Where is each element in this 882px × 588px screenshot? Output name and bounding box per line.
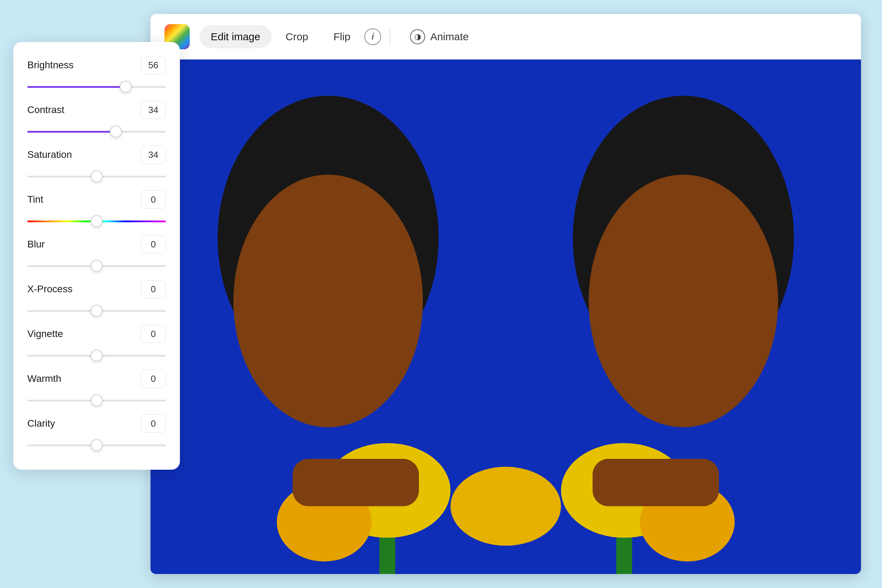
crop-button[interactable]: Crop (274, 25, 320, 48)
adj-track-contrast (27, 131, 166, 133)
adj-track-warmth (27, 400, 166, 402)
adj-label-warmth: Warmth (27, 373, 61, 384)
adj-value-contrast[interactable]: 34 (141, 101, 166, 119)
adj-label-saturation: Saturation (27, 149, 72, 160)
adj-header-brightness: Brightness56 (27, 56, 166, 74)
adj-row-tint: Tint0 (27, 190, 166, 228)
toolbar-divider (390, 28, 390, 45)
adj-value-brightness[interactable]: 56 (141, 56, 166, 74)
adj-thumb-brightness[interactable] (120, 81, 132, 93)
adj-slider-blur[interactable] (27, 259, 166, 273)
adj-header-blur: Blur0 (27, 235, 166, 254)
adj-track-fill-brightness (27, 86, 126, 88)
adj-label-tint: Tint (27, 194, 44, 205)
toolbar: Edit image Crop Flip i ◑ Animate (150, 14, 861, 60)
adj-row-clarity: Clarity0 (27, 414, 166, 452)
adj-header-warmth: Warmth0 (27, 370, 166, 388)
adj-track-saturation (27, 176, 166, 177)
adj-thumb-contrast[interactable] (110, 126, 122, 138)
adj-track-blur (27, 265, 166, 267)
adj-thumb-clarity[interactable] (91, 439, 102, 451)
main-image (150, 60, 861, 574)
adj-track-x-process (27, 310, 166, 312)
adj-thumb-x-process[interactable] (91, 305, 102, 317)
adj-slider-vignette[interactable] (27, 349, 166, 363)
adj-slider-brightness[interactable] (27, 80, 166, 94)
adj-value-vignette[interactable]: 0 (141, 325, 166, 343)
editor-window: Edit image Crop Flip i ◑ Animate (150, 14, 861, 574)
animate-icon: ◑ (410, 29, 425, 45)
adj-row-x-process: X-Process0 (27, 280, 166, 318)
image-area (150, 60, 861, 574)
adj-header-x-process: X-Process0 (27, 280, 166, 298)
adj-track-vignette (27, 355, 166, 357)
adj-thumb-vignette[interactable] (91, 350, 102, 362)
adj-value-x-process[interactable]: 0 (141, 280, 166, 298)
adj-slider-contrast[interactable] (27, 124, 166, 139)
adj-label-blur: Blur (27, 239, 45, 250)
adj-header-vignette: Vignette0 (27, 325, 166, 343)
adj-thumb-saturation[interactable] (91, 171, 102, 182)
adj-thumb-warmth[interactable] (91, 394, 102, 406)
animate-button[interactable]: ◑ Animate (399, 24, 480, 50)
adj-slider-tint[interactable] (27, 214, 166, 228)
adj-track-fill-contrast (27, 131, 116, 133)
adj-row-warmth: Warmth0 (27, 370, 166, 407)
adj-thumb-tint[interactable] (91, 215, 102, 227)
adj-slider-clarity[interactable] (27, 438, 166, 452)
adj-row-blur: Blur0 (27, 235, 166, 273)
info-icon[interactable]: i (364, 28, 381, 45)
adj-track-brightness (27, 86, 166, 88)
adj-row-vignette: Vignette0 (27, 325, 166, 363)
adj-label-x-process: X-Process (27, 284, 72, 295)
adj-label-clarity: Clarity (27, 418, 55, 429)
adj-value-clarity[interactable]: 0 (141, 414, 166, 433)
adj-thumb-blur[interactable] (91, 260, 102, 272)
adj-label-contrast: Contrast (27, 104, 64, 116)
adj-track-tint (27, 220, 166, 222)
adj-header-tint: Tint0 (27, 190, 166, 208)
adj-value-warmth[interactable]: 0 (141, 370, 166, 388)
adj-value-blur[interactable]: 0 (141, 235, 166, 254)
adj-slider-warmth[interactable] (27, 393, 166, 407)
adj-row-brightness: Brightness56 (27, 56, 166, 94)
adj-value-saturation[interactable]: 34 (141, 146, 166, 164)
portrait-svg (150, 60, 861, 574)
adjustments-panel: Brightness56Contrast34Saturation34Tint0B… (13, 42, 180, 470)
adj-slider-x-process[interactable] (27, 304, 166, 318)
adj-header-saturation: Saturation34 (27, 146, 166, 164)
svg-rect-14 (150, 60, 861, 574)
adj-label-brightness: Brightness (27, 60, 74, 71)
edit-image-button[interactable]: Edit image (200, 25, 272, 48)
adj-row-saturation: Saturation34 (27, 146, 166, 183)
adj-header-clarity: Clarity0 (27, 414, 166, 433)
adj-label-vignette: Vignette (27, 328, 63, 339)
flip-button[interactable]: Flip (322, 25, 362, 48)
adj-row-contrast: Contrast34 (27, 101, 166, 139)
adj-track-clarity (27, 444, 166, 446)
adj-slider-saturation[interactable] (27, 170, 166, 183)
adj-value-tint[interactable]: 0 (141, 190, 166, 208)
adj-header-contrast: Contrast34 (27, 101, 166, 119)
